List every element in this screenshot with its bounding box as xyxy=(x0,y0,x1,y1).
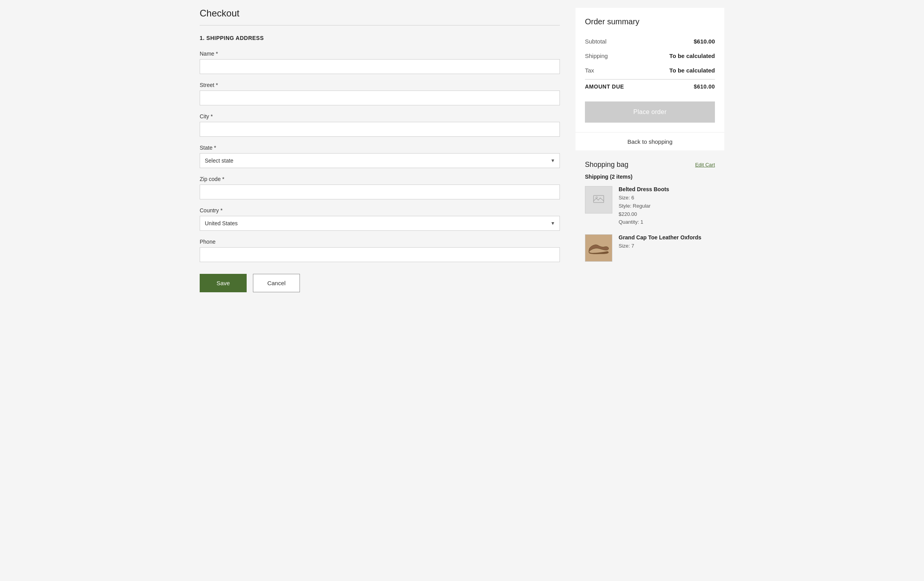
name-field-group: Name * xyxy=(200,51,560,74)
cart-item-size: Size: 7 xyxy=(619,242,715,250)
phone-input[interactable] xyxy=(200,247,560,262)
street-field-group: Street * xyxy=(200,82,560,105)
order-summary-card: Order summary Subtotal $610.00 Shipping … xyxy=(576,8,724,132)
shopping-bag-card: Shopping bag Edit Cart Shipping (2 items… xyxy=(576,151,724,279)
phone-label: Phone xyxy=(200,239,560,245)
cart-item-image-shoe xyxy=(585,234,612,262)
svg-point-1 xyxy=(596,197,597,198)
street-input[interactable] xyxy=(200,90,560,105)
city-label: City * xyxy=(200,113,560,119)
sidebar: Order summary Subtotal $610.00 Shipping … xyxy=(576,8,724,292)
state-select-wrapper: Select stateAlabamaAlaskaArizonaArkansas… xyxy=(200,153,560,168)
amount-due-value: $610.00 xyxy=(694,83,715,90)
country-field-group: Country * United StatesCanadaUnited King… xyxy=(200,207,560,231)
tax-label: Tax xyxy=(585,67,594,74)
divider xyxy=(200,25,560,25)
country-label: Country * xyxy=(200,207,560,214)
street-label: Street * xyxy=(200,82,560,88)
shopping-bag-header: Shopping bag Edit Cart xyxy=(585,161,715,169)
cart-item-image-placeholder xyxy=(585,186,612,214)
amount-due-label: AMOUNT DUE xyxy=(585,83,624,90)
name-input[interactable] xyxy=(200,59,560,74)
state-select[interactable]: Select stateAlabamaAlaskaArizonaArkansas… xyxy=(200,153,560,168)
subtotal-value: $610.00 xyxy=(694,38,715,45)
page-title: Checkout xyxy=(200,8,560,19)
amount-due-row: AMOUNT DUE $610.00 xyxy=(585,79,715,94)
zipcode-field-group: Zip code * xyxy=(200,176,560,199)
state-label: State * xyxy=(200,145,560,151)
section-title: 1. SHIPPING ADDRESS xyxy=(200,35,560,41)
shopping-bag-title: Shopping bag xyxy=(585,161,628,169)
cart-item-style: Style: Regular xyxy=(619,202,715,210)
state-field-group: State * Select stateAlabamaAlaskaArizona… xyxy=(200,145,560,168)
edit-cart-button[interactable]: Edit Cart xyxy=(695,162,715,168)
svg-rect-0 xyxy=(594,195,604,203)
cart-item-details: Belted Dress Boots Size: 6 Style: Regula… xyxy=(619,186,715,226)
form-actions: Save Cancel xyxy=(200,274,560,292)
tax-value: To be calculated xyxy=(670,67,715,74)
cart-item-name: Grand Cap Toe Leather Oxfords xyxy=(619,234,715,241)
cancel-button[interactable]: Cancel xyxy=(253,274,300,292)
city-field-group: City * xyxy=(200,113,560,137)
cart-item: Belted Dress Boots Size: 6 Style: Regula… xyxy=(585,186,715,226)
country-select[interactable]: United StatesCanadaUnited KingdomAustral… xyxy=(200,216,560,231)
place-order-button[interactable]: Place order xyxy=(585,101,715,123)
cart-item-details: Grand Cap Toe Leather Oxfords Size: 7 xyxy=(619,234,715,262)
phone-field-group: Phone xyxy=(200,239,560,262)
city-input[interactable] xyxy=(200,122,560,137)
zipcode-input[interactable] xyxy=(200,185,560,199)
country-select-wrapper: United StatesCanadaUnited KingdomAustral… xyxy=(200,216,560,231)
cart-item-quantity: Quantity: 1 xyxy=(619,218,715,226)
cart-item: Grand Cap Toe Leather Oxfords Size: 7 xyxy=(585,234,715,262)
cart-item-price: $220.00 xyxy=(619,210,715,219)
subtotal-label: Subtotal xyxy=(585,38,606,45)
back-to-shopping-button[interactable]: Back to shopping xyxy=(576,133,724,150)
image-icon xyxy=(593,193,605,207)
shipping-items-label: Shipping (2 items) xyxy=(585,174,715,180)
name-label: Name * xyxy=(200,51,560,57)
cart-item-size: Size: 6 xyxy=(619,194,715,202)
cart-item-name: Belted Dress Boots xyxy=(619,186,715,192)
shipping-value: To be calculated xyxy=(670,52,715,59)
zipcode-label: Zip code * xyxy=(200,176,560,182)
shipping-label: Shipping xyxy=(585,52,608,59)
shipping-row: Shipping To be calculated xyxy=(585,49,715,63)
tax-row: Tax To be calculated xyxy=(585,63,715,78)
order-summary-title: Order summary xyxy=(585,17,715,26)
subtotal-row: Subtotal $610.00 xyxy=(585,34,715,49)
save-button[interactable]: Save xyxy=(200,274,247,292)
